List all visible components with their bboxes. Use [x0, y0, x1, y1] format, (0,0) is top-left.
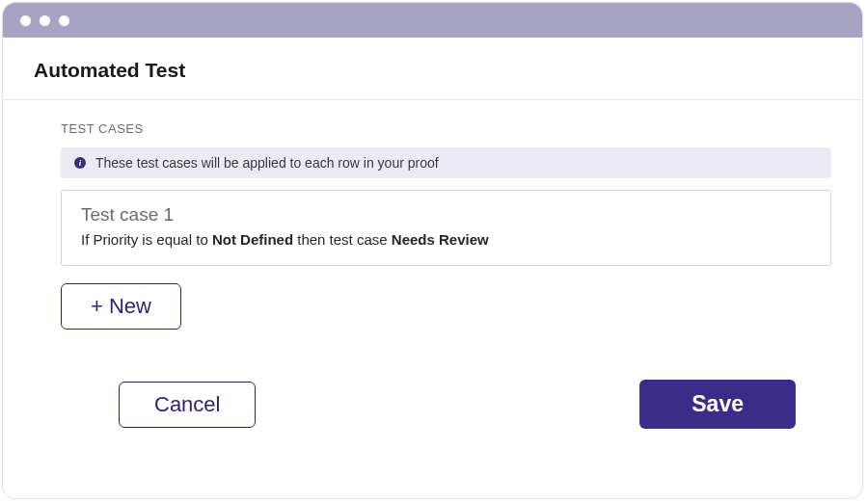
info-text: These test cases will be applied to each… [95, 155, 439, 171]
window-control-minimize[interactable] [40, 15, 50, 26]
rule-mid: then test case [293, 231, 392, 248]
rule-prefix: If Priority is equal to [81, 231, 212, 248]
window-control-maximize[interactable] [59, 15, 69, 26]
app-window: Automated Test TEST CASES i These test c… [2, 2, 863, 499]
window-control-close[interactable] [20, 15, 31, 26]
titlebar [3, 3, 862, 38]
save-button[interactable]: Save [639, 380, 796, 429]
rule-value: Not Defined [212, 231, 293, 248]
new-button[interactable]: + New [61, 283, 181, 330]
page-header: Automated Test [3, 38, 862, 100]
section-label: TEST CASES [61, 121, 831, 136]
testcase-card[interactable]: Test case 1 If Priority is equal to Not … [61, 190, 831, 266]
testcase-title: Test case 1 [81, 204, 811, 225]
info-banner: i These test cases will be applied to ea… [61, 147, 831, 178]
page-title: Automated Test [34, 59, 831, 82]
rule-result: Needs Review [392, 231, 489, 248]
content-area: TEST CASES i These test cases will be ap… [3, 100, 862, 429]
testcase-rule: If Priority is equal to Not Defined then… [81, 231, 811, 248]
footer: Cancel Save [61, 380, 831, 429]
cancel-button[interactable]: Cancel [119, 382, 256, 428]
info-icon: i [74, 157, 86, 169]
